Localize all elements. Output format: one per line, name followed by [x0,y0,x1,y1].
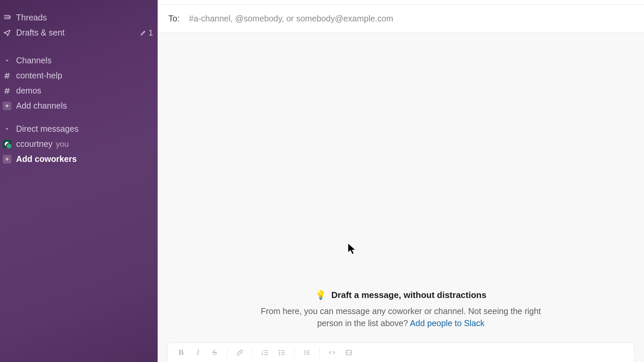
format-code-button[interactable] [324,345,340,360]
toolbar-separator [227,348,227,358]
caret-down-icon [3,58,11,63]
threads-icon [3,14,11,22]
drafts-label: Drafts & sent [16,28,135,37]
svg-point-1 [279,350,280,351]
add-coworkers-label: Add coworkers [16,155,153,163]
you-tag: you [56,139,69,148]
hash-icon [3,72,11,80]
sidebar-section-channels[interactable]: Channels [0,53,158,68]
channels-header-label: Channels [16,56,153,65]
compose-body-area: 💡 Draft a message, without distractions … [158,33,644,343]
hash-icon [3,87,11,95]
toolbar-separator [252,348,253,358]
compose-view: To: 💡 Draft a message, without distracti… [158,0,644,362]
svg-point-0 [9,16,10,18]
format-bold-button[interactable]: B [173,345,189,360]
mouse-cursor-icon [347,242,357,255]
plus-icon: + [3,102,11,110]
sidebar-dm-self[interactable]: ccourtneyyou [0,136,158,152]
caret-down-icon [3,126,11,132]
avatar [3,140,11,148]
format-strike-button[interactable]: S [207,345,222,360]
to-input[interactable] [189,14,631,23]
dm-self-name-text: ccourtney [16,139,52,148]
add-people-link[interactable]: Add people to Slack [410,318,484,328]
toolbar-separator [294,348,294,358]
channel-label: demos [16,86,153,95]
empty-state-body-text: From here, you can message any coworker … [261,306,541,328]
sidebar-section-dms[interactable]: Direct messages [0,121,158,136]
toolbar-separator [319,348,320,358]
format-blockquote-button[interactable] [299,345,315,360]
format-ordered-list-button[interactable] [257,345,273,360]
format-codeblock-button[interactable] [341,345,357,360]
empty-state-title-row: 💡 Draft a message, without distractions [253,290,548,300]
empty-state-title: Draft a message, without distractions [331,290,486,300]
empty-state-body: From here, you can message any coworker … [253,305,548,329]
compose-empty-state: 💡 Draft a message, without distractions … [253,290,548,329]
plus-icon: + [3,155,11,164]
add-channels-label: Add channels [16,102,153,110]
window-top-strip [158,0,644,5]
format-link-button[interactable] [232,345,248,360]
sidebar-channel-demos[interactable]: demos [0,83,158,98]
drafts-count-value: 1 [149,28,153,38]
composer-toolbar: B I S [167,343,635,362]
sidebar-item-drafts[interactable]: Drafts & sent 1 [0,25,158,40]
channel-label: content-help [16,71,153,80]
format-bulleted-list-button[interactable] [274,345,289,360]
compose-to-bar: To: [158,5,644,33]
lightbulb-icon: 💡 [315,290,326,300]
svg-point-3 [279,354,280,355]
threads-label: Threads [16,13,153,22]
sidebar-add-channels[interactable]: + Add channels [0,98,158,113]
paper-plane-icon [3,29,11,37]
sidebar-add-coworkers[interactable]: + Add coworkers [0,152,158,167]
sidebar: Threads Drafts & sent 1 Channels content… [0,0,158,362]
sidebar-channel-content-help[interactable]: content-help [0,68,158,83]
to-label: To: [168,14,179,23]
drafts-count: 1 [140,28,153,38]
svg-point-2 [279,352,280,353]
dms-header-label: Direct messages [16,125,153,133]
sidebar-item-threads[interactable]: Threads [0,10,158,25]
dm-self-name: ccourtneyyou [16,140,153,148]
format-italic-button[interactable]: I [190,345,206,360]
